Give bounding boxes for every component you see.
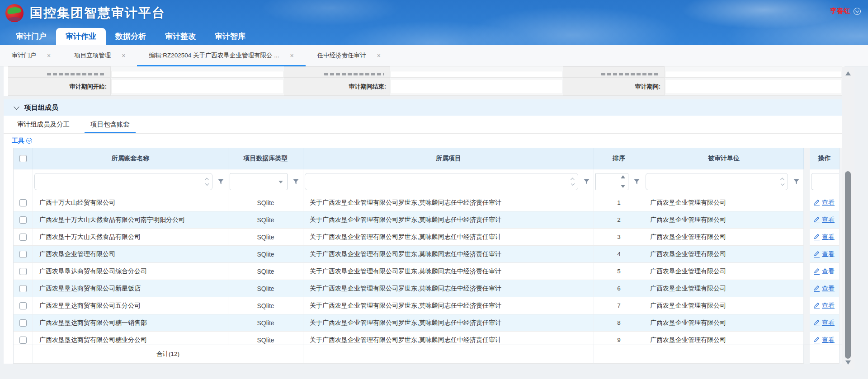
cell-audited-unit: 广西农垦企业管理有限公司	[644, 332, 804, 345]
nav-item-audit-rectify[interactable]: 审计整改	[156, 28, 205, 45]
view-link[interactable]: 查看	[822, 302, 835, 310]
section-header-project-members[interactable]: 项目组成员	[4, 99, 844, 116]
scroll-down-arrow-icon[interactable]	[845, 360, 851, 365]
filter-action-input[interactable]	[811, 173, 840, 190]
view-link[interactable]: 查看	[822, 216, 835, 224]
col-actions: 操作	[810, 148, 840, 169]
cell-account-set-name: 广西农垦垦达商贸有限公司糖业分公司	[33, 332, 228, 345]
row-checkbox[interactable]	[19, 216, 27, 224]
account-sets-table: 所属账套名称 项目数据库类型 所属项目 排序 被审计单位 操作	[13, 148, 844, 364]
pencil-icon	[814, 337, 820, 343]
label-audit-period-start: 审计期间开始:	[8, 78, 111, 96]
cell-account-set-name: 广西农垦企业管理有限公司	[33, 246, 228, 263]
pencil-icon	[814, 199, 820, 206]
form-input-clipped[interactable]	[665, 71, 841, 77]
spinner-icon[interactable]	[571, 178, 574, 185]
tools-button[interactable]: 工具	[12, 137, 24, 145]
cell-project: 关于广西农垦企业管理有限公司罗世东,莫咏麟同志任中经济责任审计	[303, 246, 594, 263]
input-audit-period-end[interactable]	[391, 79, 562, 94]
input-audit-period[interactable]	[665, 79, 841, 94]
close-icon[interactable]: ×	[290, 52, 293, 59]
view-link[interactable]: 查看	[822, 336, 835, 344]
nav-item-data-analysis[interactable]: 数据分析	[106, 28, 156, 45]
filter-audited-unit-input[interactable]	[646, 173, 788, 190]
filter-funnel-icon[interactable]	[583, 178, 590, 185]
cell-action: 查看	[810, 263, 840, 280]
close-icon[interactable]: ×	[47, 52, 51, 59]
close-icon[interactable]: ×	[377, 52, 381, 59]
cell-db-type: SQlite	[228, 229, 303, 246]
filter-account-set-name-input[interactable]	[34, 173, 212, 190]
row-checkbox[interactable]	[19, 302, 27, 309]
table-footer-row: 合计(12)	[14, 345, 844, 364]
row-checkbox[interactable]	[19, 251, 27, 258]
table-row: 广西农垦十万大山天然食品有限公司 SQlite 关于广西农垦企业管理有限公司罗世…	[14, 229, 844, 246]
tools-row: 工具	[4, 134, 844, 148]
filter-funnel-icon[interactable]	[793, 178, 800, 185]
table-row: 广西农垦企业管理有限公司 SQlite 关于广西农垦企业管理有限公司罗世东,莫咏…	[14, 246, 844, 263]
view-link[interactable]: 查看	[822, 267, 835, 276]
doc-tab-edit-rz202504[interactable]: 编辑:RZ202504 关于广西农垦企业管理有限公 ... ×	[137, 45, 305, 66]
filter-funnel-icon[interactable]	[217, 178, 224, 185]
divider	[4, 96, 844, 99]
row-checkbox[interactable]	[19, 234, 27, 241]
nav-item-audit-work[interactable]: 审计作业	[56, 28, 106, 45]
cell-order: 3	[594, 229, 644, 246]
vertical-scrollbar[interactable]	[842, 67, 854, 370]
row-checkbox[interactable]	[19, 285, 27, 292]
number-stepper-icon[interactable]	[621, 175, 625, 188]
user-name: 李春红	[830, 7, 850, 15]
cell-action: 查看	[810, 314, 840, 332]
cell-project: 关于广西农垦企业管理有限公司罗世东,莫咏麟同志任中经济责任审计	[303, 314, 594, 332]
doc-tab-project-approval[interactable]: 项目立项管理 ×	[62, 45, 137, 66]
cell-action: 查看	[810, 332, 840, 345]
cell-project: 关于广西农垦企业管理有限公司罗世东,莫咏麟同志任中经济责任审计	[303, 297, 594, 314]
cell-account-set-name: 广西农垦垦达商贸有限公司糖一销售部	[33, 314, 228, 332]
filter-db-type-select[interactable]	[230, 173, 288, 190]
view-link[interactable]: 查看	[822, 319, 835, 327]
user-menu[interactable]: 李春红	[830, 7, 861, 15]
form-label-clipped	[8, 66, 111, 78]
filter-project-input[interactable]	[305, 173, 578, 190]
view-link[interactable]: 查看	[822, 199, 835, 207]
label-audit-period: 审计期间:	[563, 78, 665, 96]
select-all-checkbox[interactable]	[19, 155, 27, 162]
cell-order: 4	[594, 246, 644, 263]
tab-included-account-sets[interactable]: 项目包含账套	[86, 116, 134, 133]
cell-account-set-name: 广西农垦垦达商贸有限公司五分公司	[33, 297, 228, 314]
table-row: 广西农垦十万大山天然食品有限公司南宁明阳分公司 SQlite 关于广西农垦企业管…	[14, 211, 844, 229]
tools-chevron-down-icon[interactable]	[26, 138, 32, 144]
doc-tab-incumbency-audit[interactable]: 任中经济责任审计 ×	[306, 45, 392, 66]
cell-account-set-name: 广西农垦十万大山天然食品有限公司南宁明阳分公司	[33, 211, 228, 229]
tab-strip: 审计门户 × 项目立项管理 × 编辑:RZ202504 关于广西农垦企业管理有限…	[0, 45, 868, 66]
row-checkbox[interactable]	[19, 199, 27, 206]
row-checkbox[interactable]	[19, 268, 27, 275]
filter-funnel-icon[interactable]	[633, 178, 640, 185]
close-icon[interactable]: ×	[122, 52, 125, 59]
cell-audited-unit: 广西农垦企业管理有限公司	[644, 211, 804, 229]
form-input-clipped[interactable]	[111, 71, 283, 77]
cell-action: 查看	[810, 297, 840, 314]
form-input-clipped[interactable]	[391, 71, 562, 77]
input-audit-period-start[interactable]	[111, 79, 283, 94]
cell-project: 关于广西农垦企业管理有限公司罗世东,莫咏麟同志任中经济责任审计	[303, 332, 594, 345]
spinner-icon[interactable]	[206, 178, 208, 185]
filter-order-number-input[interactable]	[595, 173, 628, 190]
col-audited-unit: 被审计单位	[644, 148, 804, 169]
row-checkbox[interactable]	[19, 337, 27, 344]
col-project: 所属项目	[303, 148, 594, 169]
table-row: 广西农垦垦达商贸有限公司新星饭店 SQlite 关于广西农垦企业管理有限公司罗世…	[14, 280, 844, 297]
view-link[interactable]: 查看	[822, 285, 835, 293]
content-panel: 审计期间开始: 审计期间结束: 审计期间: 项目组成员 审计组成员及分工 项目包…	[4, 66, 844, 364]
tab-team-members[interactable]: 审计组成员及分工	[13, 116, 74, 133]
filter-funnel-icon[interactable]	[292, 178, 299, 185]
scrollbar-thumb[interactable]	[845, 171, 851, 359]
doc-tab-audit-portal[interactable]: 审计门户 ×	[0, 45, 62, 66]
nav-item-audit-knowledge[interactable]: 审计智库	[205, 28, 255, 45]
spinner-icon[interactable]	[781, 178, 784, 185]
nav-item-audit-portal[interactable]: 审计门户	[6, 28, 56, 45]
scroll-up-arrow-icon[interactable]	[845, 71, 851, 75]
row-checkbox[interactable]	[19, 319, 27, 327]
view-link[interactable]: 查看	[822, 250, 835, 258]
view-link[interactable]: 查看	[822, 233, 835, 241]
